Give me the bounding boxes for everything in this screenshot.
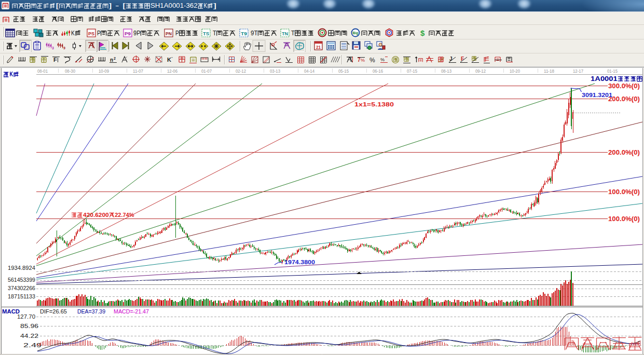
svg-text:K: K [204, 2, 208, 9]
svg-text:1x1=5.1380: 1x1=5.1380 [354, 101, 394, 107]
svg-text:TS: TS [203, 31, 209, 36]
svg-text:44.22: 44.22 [20, 333, 38, 339]
svg-text:04-14: 04-14 [304, 69, 314, 74]
svg-text:100.0%(0): 100.0%(0) [608, 188, 640, 196]
svg-text:07-15: 07-15 [407, 69, 417, 74]
svg-text:21: 21 [316, 45, 321, 50]
svg-text:08-01: 08-01 [37, 69, 48, 74]
svg-text:1934.8924: 1934.8924 [8, 265, 35, 271]
svg-text:$: $ [420, 29, 425, 37]
svg-text:300.0%(0): 300.0%(0) [608, 83, 640, 90]
svg-text:03-13: 03-13 [270, 69, 280, 74]
svg-text:9: 9 [63, 46, 65, 50]
svg-text:200.0%(0): 200.0%(0) [608, 149, 640, 156]
svg-text:1974.3800: 1974.3800 [284, 259, 315, 265]
svg-text:374302266: 374302266 [8, 285, 35, 291]
svg-text:T: T [291, 30, 295, 37]
svg-text:561453399: 561453399 [8, 277, 35, 283]
svg-text:Big: Big [353, 31, 359, 35]
svg-text:01-07: 01-07 [201, 69, 212, 74]
svg-text:2: 2 [114, 57, 116, 60]
svg-text:K: K [71, 30, 75, 37]
svg-text:T9: T9 [241, 31, 247, 36]
svg-text:K: K [10, 71, 13, 78]
svg-text:PS: PS [88, 31, 94, 36]
svg-text:06-16: 06-16 [373, 69, 383, 74]
svg-text:12-06: 12-06 [167, 69, 177, 74]
svg-text:05-15: 05-15 [338, 69, 349, 74]
svg-text:MACD=-21.47: MACD=-21.47 [114, 308, 149, 315]
svg-text:n: n [110, 57, 113, 63]
svg-text:22.74%: 22.74% [115, 212, 134, 218]
svg-text:02-12: 02-12 [236, 69, 246, 74]
svg-text:PN: PN [166, 31, 172, 36]
svg-text:08-13: 08-13 [441, 69, 451, 74]
svg-text:P: P [97, 30, 101, 37]
svg-text:SH1A0001-362: SH1A0001-362 [150, 2, 198, 9]
svg-text:09-12: 09-12 [475, 69, 486, 74]
svg-text:187151133: 187151133 [8, 293, 35, 299]
svg-text:%: % [361, 58, 365, 63]
svg-text:11-07: 11-07 [133, 69, 143, 74]
svg-text:420.6200: 420.6200 [83, 212, 109, 218]
svg-text:P9: P9 [125, 31, 131, 36]
svg-text:10-09: 10-09 [99, 69, 109, 74]
svg-text:] - [: ] - [ [109, 2, 127, 9]
svg-text:200.0%(0): 200.0%(0) [608, 95, 640, 103]
svg-text:85.96: 85.96 [20, 323, 38, 329]
svg-text:": " [171, 56, 173, 61]
svg-text:DIF=26.65: DIF=26.65 [40, 308, 67, 315]
svg-text:100.0%(0): 100.0%(0) [608, 215, 640, 223]
svg-text:P: P [175, 30, 179, 37]
svg-text:]: ] [213, 2, 217, 9]
svg-text:T: T [213, 30, 216, 37]
svg-text:3: 3 [52, 46, 54, 50]
svg-text:9P: 9P [133, 30, 141, 37]
svg-text:1A0001: 1A0001 [591, 75, 618, 83]
svg-text:08-30: 08-30 [65, 69, 75, 74]
svg-text:9T: 9T [251, 30, 258, 37]
svg-text:K: K [167, 57, 171, 63]
svg-text:12-17: 12-17 [573, 69, 583, 74]
svg-text:10-20: 10-20 [510, 69, 520, 74]
svg-text:F: F [53, 57, 57, 63]
svg-text:%: % [380, 57, 385, 62]
svg-text:DEA=37.39: DEA=37.39 [77, 308, 105, 315]
svg-text:01-15: 01-15 [607, 69, 618, 74]
svg-text:127.70: 127.70 [17, 313, 35, 320]
svg-text:TN: TN [282, 31, 288, 36]
svg-text:11-18: 11-18 [544, 69, 554, 74]
svg-text:3091.3201: 3091.3201 [582, 92, 612, 98]
svg-text:%: % [369, 57, 375, 64]
